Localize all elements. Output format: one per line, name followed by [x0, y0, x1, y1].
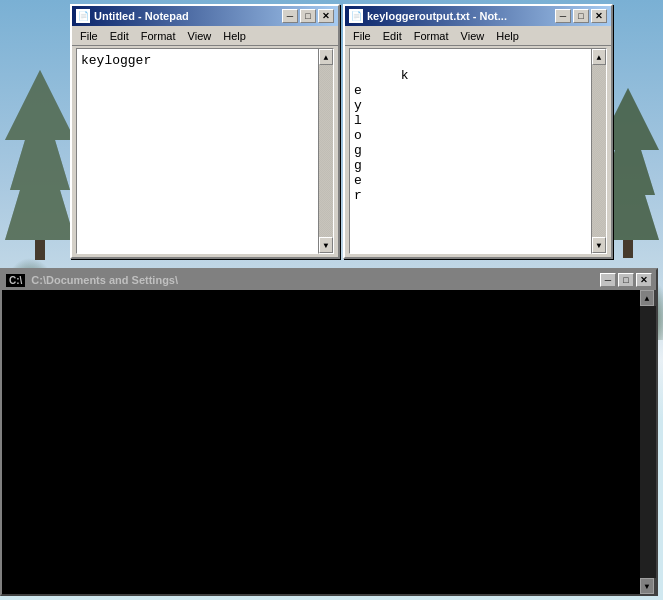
notepad1-text: keylogger	[81, 53, 151, 68]
notepad1-window-buttons: ─ □ ✕	[282, 9, 334, 23]
cmd-title: C:\Documents and Settings\ keylogdata.ex…	[31, 274, 600, 286]
notepad1-close-button[interactable]: ✕	[318, 9, 334, 23]
notepad1-menu-view[interactable]: View	[182, 28, 218, 44]
cmd-window: C:\ C:\Documents and Settings\ keylogdat…	[0, 268, 658, 596]
cmd-scroll-track[interactable]	[640, 306, 656, 578]
notepad1-menu-help[interactable]: Help	[217, 28, 252, 44]
notepad2-scrollbar[interactable]: ▲ ▼	[591, 48, 607, 254]
notepad2-maximize-button[interactable]: □	[573, 9, 589, 23]
notepad2-menu-edit[interactable]: Edit	[377, 28, 408, 44]
notepad2-minimize-button[interactable]: ─	[555, 9, 571, 23]
cmd-title-start: C:\Documents and Settings\	[31, 274, 178, 286]
cmd-scrollbar[interactable]: ▲ ▼	[640, 290, 656, 594]
notepad2-scroll-track[interactable]	[592, 65, 606, 237]
svg-rect-2	[35, 240, 45, 260]
notepad2-close-button[interactable]: ✕	[591, 9, 607, 23]
cmd-icon: C:\	[6, 274, 25, 287]
cmd-maximize-button[interactable]: □	[618, 273, 634, 287]
notepad1-title: Untitled - Notepad	[94, 10, 282, 22]
notepad2-scroll-down[interactable]: ▼	[592, 237, 606, 253]
notepad1-menu-format[interactable]: Format	[135, 28, 182, 44]
notepad2-menu-view[interactable]: View	[455, 28, 491, 44]
notepad1-scrollbar[interactable]: ▲ ▼	[318, 48, 334, 254]
notepad1-window: 📄 Untitled - Notepad ─ □ ✕ File Edit For…	[70, 4, 340, 259]
notepad2-content[interactable]: k e y l o g g e r	[349, 48, 593, 254]
notepad1-maximize-button[interactable]: □	[300, 9, 316, 23]
cmd-minimize-button[interactable]: ─	[600, 273, 616, 287]
notepad1-titlebar[interactable]: 📄 Untitled - Notepad ─ □ ✕	[72, 6, 338, 26]
notepad2-title: keyloggeroutput.txt - Not...	[367, 10, 555, 22]
svg-marker-1	[5, 70, 75, 240]
notepad2-window: 📄 keyloggeroutput.txt - Not... ─ □ ✕ Fil…	[343, 4, 613, 259]
notepad1-scroll-up[interactable]: ▲	[319, 49, 333, 65]
cmd-content[interactable]	[2, 290, 640, 594]
notepad2-menu-format[interactable]: Format	[408, 28, 455, 44]
cmd-titlebar[interactable]: C:\ C:\Documents and Settings\ keylogdat…	[2, 270, 656, 290]
tree-left	[0, 60, 80, 260]
notepad1-scroll-track[interactable]	[319, 65, 333, 237]
notepad1-icon: 📄	[76, 9, 90, 23]
notepad2-icon: 📄	[349, 9, 363, 23]
notepad2-menu-file[interactable]: File	[347, 28, 377, 44]
cmd-close-button[interactable]: ✕	[636, 273, 652, 287]
notepad2-scroll-up[interactable]: ▲	[592, 49, 606, 65]
notepad2-menu-help[interactable]: Help	[490, 28, 525, 44]
notepad2-text: k e y l o g g e r	[354, 68, 409, 203]
cmd-scroll-down[interactable]: ▼	[640, 578, 654, 594]
cmd-title-end: keylogdata.exe	[181, 274, 260, 286]
notepad2-window-buttons: ─ □ ✕	[555, 9, 607, 23]
notepad2-menubar: File Edit Format View Help	[345, 26, 611, 46]
notepad1-menubar: File Edit Format View Help	[72, 26, 338, 46]
notepad1-scroll-down[interactable]: ▼	[319, 237, 333, 253]
svg-rect-5	[623, 240, 633, 258]
notepad1-menu-edit[interactable]: Edit	[104, 28, 135, 44]
notepad1-minimize-button[interactable]: ─	[282, 9, 298, 23]
cmd-window-buttons: ─ □ ✕	[600, 273, 652, 287]
notepad1-menu-file[interactable]: File	[74, 28, 104, 44]
cmd-scroll-up[interactable]: ▲	[640, 290, 654, 306]
notepad1-content[interactable]: keylogger	[76, 48, 320, 254]
notepad2-titlebar[interactable]: 📄 keyloggeroutput.txt - Not... ─ □ ✕	[345, 6, 611, 26]
